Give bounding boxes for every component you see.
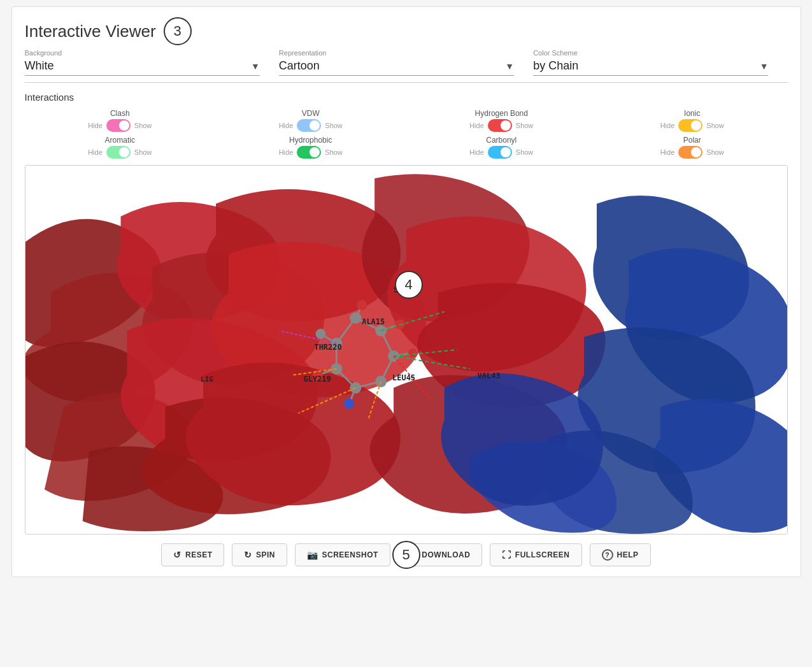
vdw-label: VDW [302,109,320,118]
svg-point-19 [350,312,361,324]
polar-toggle[interactable] [678,146,702,159]
spin-label: SPIN [256,550,275,559]
svg-point-24 [331,363,342,375]
svg-text:VAL43: VAL43 [477,371,500,380]
hbond-label: Hydrogen Bond [475,109,528,118]
color-scheme-dropdown[interactable]: by Chain ▼ [533,59,768,76]
badge-4: 4 [395,271,423,299]
interactions-grid: Clash Hide Show VDW Hide Show [25,109,788,159]
interactions-title: Interactions [25,92,788,103]
reset-label: RESET [185,550,213,559]
spin-button[interactable]: ↻ SPIN [232,543,287,566]
hydrophobic-show: Show [325,148,343,156]
help-label: HELP [617,550,639,559]
reset-icon: ↺ [173,550,182,560]
color-scheme-label: Color Scheme [533,49,768,57]
svg-text:LEU45: LEU45 [392,373,415,382]
aromatic-label: Aromatic [105,136,135,145]
background-value: White [25,59,247,73]
svg-point-18 [344,399,354,409]
background-control: Background White ▼ [25,49,279,76]
carbonyl-thumb [501,147,511,157]
svg-point-20 [375,325,387,336]
clash-toggle-row: Hide Show [88,119,152,132]
clash-show: Show [134,122,152,129]
vdw-toggle[interactable] [297,119,321,132]
header-row: Interactive Viewer 3 [25,17,788,45]
vdw-thumb [310,120,320,131]
svg-point-16 [408,348,417,357]
ionic-hide: Hide [660,122,675,129]
svg-point-14 [357,300,367,310]
carbonyl-hide: Hide [469,148,484,156]
polar-hide: Hide [660,148,675,156]
representation-dropdown[interactable]: Cartoon ▼ [279,59,514,76]
help-button[interactable]: ? HELP [590,543,651,566]
svg-point-26 [315,329,325,339]
viewer-container[interactable]: SIN155 ALA15 THR220 GLY219 LEU45 VAL43 L… [25,165,788,534]
carbonyl-label: Carbonyl [486,136,516,145]
carbonyl-show: Show [516,148,534,156]
ionic-label: Ionic [684,109,700,118]
badge-3: 3 [164,17,192,45]
fullscreen-label: FULLSCREEN [515,550,570,559]
hydrophobic-label: Hydrophobic [289,136,332,145]
svg-text:LIG: LIG [201,375,213,384]
aromatic-toggle-row: Hide Show [88,146,152,159]
clash-label: Clash [110,109,130,118]
interaction-aromatic: Aromatic Hide Show [25,136,216,159]
representation-arrow-icon: ▼ [505,61,514,71]
interactions-section: Interactions Clash Hide Show VDW Hide [25,92,788,159]
background-dropdown[interactable]: White ▼ [25,59,260,76]
interaction-hbond: Hydrogen Bond Hide Show [406,109,597,132]
svg-text:GLY219: GLY219 [303,375,331,384]
download-label: DOWNLOAD [422,550,470,559]
hbond-toggle-row: Hide Show [469,119,533,132]
controls-row: Background White ▼ Representation Cartoo… [25,49,788,83]
color-scheme-arrow-icon: ▼ [760,61,769,71]
aromatic-thumb [119,147,129,157]
fullscreen-icon: ⛶ [502,550,511,560]
clash-toggle[interactable] [106,119,131,132]
hydrophobic-toggle[interactable] [297,146,321,159]
reset-button[interactable]: ↺ RESET [161,543,224,566]
representation-control: Representation Cartoon ▼ [279,49,533,76]
aromatic-show: Show [134,148,152,156]
polar-thumb [691,147,701,157]
representation-label: Representation [279,49,514,57]
interaction-vdw: VDW Hide Show [215,109,406,132]
vdw-hide: Hide [279,122,294,129]
polar-show: Show [706,148,724,156]
hydrophobic-toggle-row: Hide Show [279,146,343,159]
spin-icon: ↻ [244,550,252,560]
representation-value: Cartoon [279,59,501,73]
ionic-toggle[interactable] [678,119,702,132]
color-scheme-control: Color Scheme by Chain ▼ [533,49,787,76]
ionic-toggle-row: Hide Show [660,119,724,132]
svg-text:ALA15: ALA15 [362,317,385,326]
carbonyl-toggle[interactable] [488,146,512,159]
footer-buttons: ↺ RESET ↻ SPIN 📷 SCREENSHOT ⬇ DOWNLOAD ⛶… [25,543,788,566]
hbond-thumb [501,120,511,131]
ionic-thumb [691,120,701,131]
page-title: Interactive Viewer [25,22,156,41]
interaction-clash: Clash Hide Show [25,109,216,132]
background-arrow-icon: ▼ [251,61,260,71]
color-scheme-value: by Chain [533,59,755,73]
hydrophobic-thumb [310,147,320,157]
molecule-viewer-svg: SIN155 ALA15 THR220 GLY219 LEU45 VAL43 L… [25,166,787,534]
screenshot-button[interactable]: 📷 SCREENSHOT [295,543,390,566]
polar-toggle-row: Hide Show [660,146,724,159]
fullscreen-button[interactable]: ⛶ FULLSCREEN [490,543,581,566]
screenshot-icon: 📷 [307,550,318,560]
aromatic-toggle[interactable] [106,146,131,159]
carbonyl-toggle-row: Hide Show [469,146,533,159]
polar-label: Polar [683,136,701,145]
hydrophobic-hide: Hide [279,148,294,156]
clash-hide: Hide [88,122,103,129]
help-icon: ? [602,549,613,561]
background-label: Background [25,49,260,57]
screenshot-label: SCREENSHOT [322,550,378,559]
hbond-toggle[interactable] [488,119,512,132]
interaction-ionic: Ionic Hide Show [597,109,788,132]
